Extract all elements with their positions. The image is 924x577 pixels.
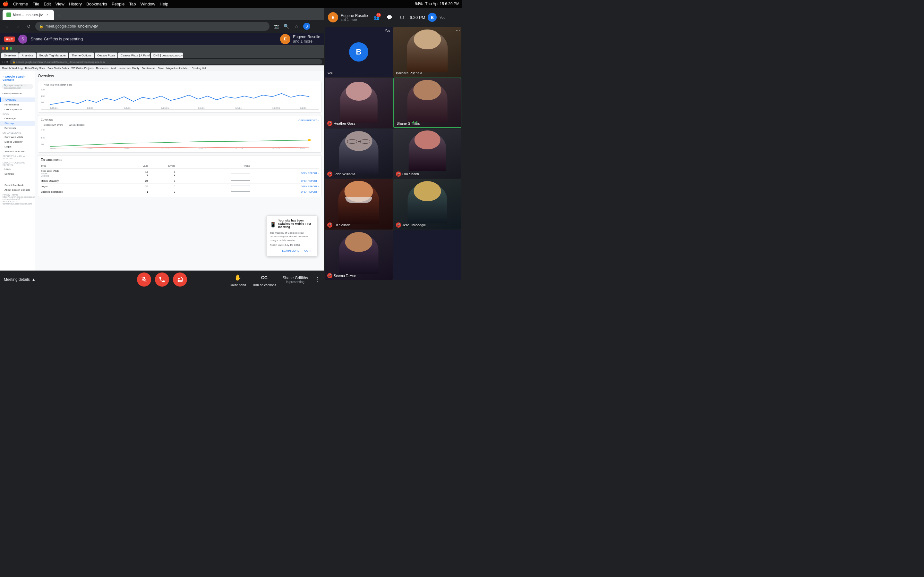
gsc-nav-sitelinks[interactable]: Sitelinks searchbox [0, 149, 35, 154]
window-menu[interactable]: Window [141, 2, 155, 6]
gsc-nav-settings[interactable]: Settings [0, 171, 35, 176]
user-avatar-header: E [328, 12, 338, 23]
gsc-clicks-label: — 7,926 total web search clicks [41, 84, 318, 86]
tab-title: Meet – uno-sinv-jtv [13, 13, 43, 17]
gsc-nav-submit-feedback[interactable]: Submit feedback [0, 183, 35, 187]
refresh-button[interactable]: ↺ [24, 22, 33, 31]
gsc-nav-links[interactable]: Links [0, 167, 35, 171]
coverage-open-report[interactable]: OPEN REPORT › [298, 119, 318, 122]
barbara-name: Barbara Puchala [396, 71, 422, 75]
gsc-nav-overview[interactable]: Overview [0, 97, 35, 102]
table-row: Core Web Vitals Mobile Desktop 18 0 [41, 169, 318, 178]
search-icon[interactable]: 🔍 [282, 22, 291, 31]
sitelinks-open-report[interactable]: OPEN REPORT › [250, 189, 318, 195]
file-menu[interactable]: File [32, 2, 39, 6]
mute-button[interactable] [137, 272, 151, 287]
presenter-avatar: S [18, 35, 27, 44]
meeting-details-button[interactable]: Meeting details ▲ [4, 277, 36, 282]
app-name[interactable]: Chrome [13, 2, 28, 6]
more-options-button[interactable]: ⋮ [314, 276, 320, 283]
user-name: Eugene Rosolie [293, 35, 320, 39]
seema-name: 🎤 Seema Talwar [327, 273, 356, 278]
gsc-clicks-card: — 7,926 total web search clicks 335 190 … [38, 81, 321, 113]
ed-muted-icon: 🎤 [327, 222, 333, 227]
gsc-search-bar[interactable]: 🔍 Inspect any URL in ceasospizza.com [2, 84, 33, 89]
bookmarks-menu[interactable]: Bookmarks [86, 2, 107, 6]
tab-close-button[interactable]: × [45, 12, 50, 17]
recording-badge: REC [4, 37, 15, 42]
svg-text:3/17/21: 3/17/21 [161, 147, 169, 149]
url-bar[interactable]: 🔒 meet.google.com/ uno-sinv-jtv [35, 22, 270, 31]
mobile-open-report[interactable]: OPEN REPORT › [250, 178, 318, 184]
people-menu[interactable]: People [111, 2, 124, 6]
gsc-nav-mobile[interactable]: Mobile Usability [0, 139, 35, 144]
inner-tab-overview: Overview [1, 53, 19, 58]
history-menu[interactable]: History [69, 2, 82, 6]
more-button[interactable]: ⋮ [312, 22, 321, 31]
gsc-domain[interactable]: ceasospizza.com [0, 91, 35, 96]
back-button[interactable]: ‹ [3, 22, 11, 31]
coverage-valid: 226 valid pages [69, 124, 84, 126]
svg-text:6/28/21: 6/28/21 [272, 107, 280, 109]
edit-menu[interactable]: Edit [44, 2, 51, 6]
inner-tabbar: Overview Analytics Google Tag Manager Th… [0, 51, 324, 58]
tab-menu[interactable]: Tab [129, 2, 136, 6]
inner-addrbar: ‹ › ↺ 🔒 search.google.com/search-console… [0, 58, 324, 65]
bookmark-icon[interactable]: ☆ [292, 22, 301, 31]
svg-text:8/2/21: 8/2/21 [300, 107, 307, 109]
meet-bar-right: E Eugene Rosolie and 1 more [280, 34, 320, 44]
participants-grid: B You You Barbara Puchala ⋯ 🎤 Heather Go… [324, 27, 462, 281]
captions-icon: CC [259, 272, 270, 283]
help-menu[interactable]: Help [160, 2, 168, 6]
gsc-nav-logos[interactable]: Logos [0, 144, 35, 149]
barbara-options[interactable]: ⋯ [456, 28, 460, 33]
learn-more-button[interactable]: LEARN MORE [281, 249, 300, 253]
gsc-nav-about[interactable]: About Search Console [0, 187, 35, 192]
john-muted-icon: 🎤 [327, 171, 333, 177]
svg-text:2/9/21: 2/9/21 [124, 147, 131, 149]
forward-button[interactable]: › [13, 22, 23, 31]
raise-hand-button[interactable]: ✋ Raise hand [230, 272, 246, 287]
end-call-button[interactable] [155, 272, 169, 287]
gsc-nav-url-inspection[interactable]: URL inspection [0, 107, 35, 112]
blue-avatar: B [428, 13, 437, 22]
captions-button[interactable]: CC Turn on captions [252, 272, 276, 287]
logos-open-report[interactable]: OPEN REPORT › [250, 184, 318, 189]
participant-om: 🎤 Om Shanti [393, 129, 461, 179]
active-tab[interactable]: Meet – uno-sinv-jtv × [3, 10, 54, 20]
svg-text:1/19/21: 1/19/21 [50, 147, 58, 149]
view-menu[interactable]: View [55, 2, 65, 6]
url-protocol: meet.google.com/ [45, 24, 76, 29]
you-name: You [327, 71, 333, 75]
apple-menu[interactable]: 🍎 [3, 1, 9, 7]
shane-name: Shane Griffiths [397, 121, 420, 125]
camera-button[interactable] [173, 272, 187, 287]
profile-icon[interactable]: B [302, 22, 311, 31]
notif-body: The majority of Google's crawl requests … [270, 231, 314, 247]
gsc-overview-title: Overview [38, 74, 321, 78]
address-bar-actions: 📷 🔍 ☆ B ⋮ [271, 22, 321, 31]
cwv-open-report[interactable]: OPEN REPORT › [250, 169, 318, 178]
heather-name: 🎤 Heather Goss [327, 121, 355, 126]
presenting-info: Shane Griffiths is presenting [283, 276, 308, 284]
svg-point-14 [308, 139, 311, 141]
gsc-nav-performance[interactable]: Performance [0, 102, 35, 107]
options-icon[interactable]: ⋮ [448, 12, 458, 23]
gsc-nav-sitemap[interactable]: Sitemap [0, 121, 35, 126]
svg-text:70: 70 [41, 101, 44, 103]
svg-text:1/15/21: 1/15/21 [50, 107, 58, 109]
john-name: 🎤 John Williams [327, 171, 355, 177]
chat-icon[interactable]: 💬 [384, 12, 394, 23]
participants-header: E Eugene Rosolie and 1 more 👥 12 💬 ⬡ 6:2… [324, 8, 462, 27]
new-tab-button[interactable]: + [55, 12, 63, 20]
heather-muted-icon: 🎤 [327, 121, 333, 126]
got-it-button[interactable]: GOT IT [303, 249, 314, 253]
activities-icon[interactable]: ⬡ [397, 12, 407, 23]
seema-muted-icon: 🎤 [327, 273, 333, 278]
gsc-nav-coverage[interactable]: Coverage [0, 116, 35, 121]
inner-tab-ceasos: Ceasos Pizza [95, 53, 118, 58]
captions-label: Turn on captions [252, 284, 276, 287]
cast-icon[interactable]: 📷 [271, 22, 280, 31]
gsc-nav-core-vitals[interactable]: Core Web Vitals [0, 135, 35, 139]
gsc-nav-removals[interactable]: Removals [0, 126, 35, 131]
